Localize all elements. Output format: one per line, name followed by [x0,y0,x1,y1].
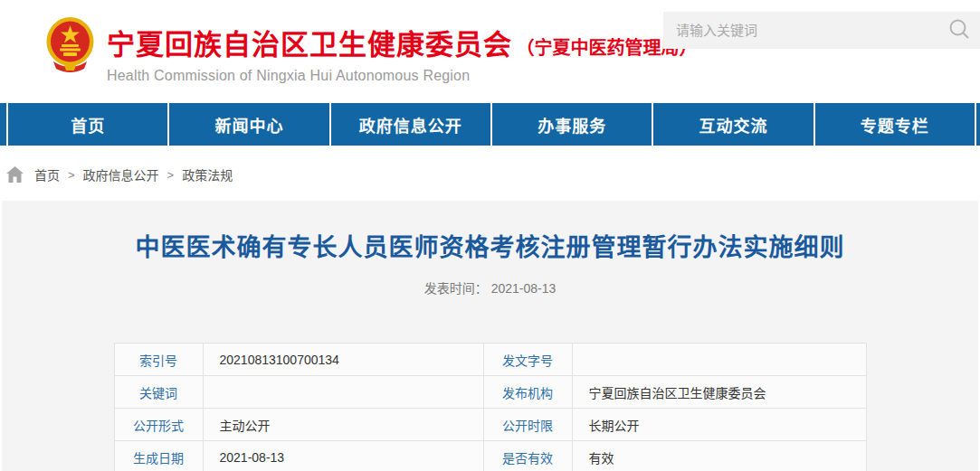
meta-value-open-form: 主动公开 [203,409,483,441]
brand-block: 宁夏回族自治区卫生健康委员会 （宁夏中医药管理局） Health Commiss… [107,22,697,84]
document-meta-table: 索引号 20210813100700134 发文字号 关键词 发布机构 宁夏回族… [114,343,867,471]
national-emblem-logo[interactable] [44,14,96,74]
search-box [663,12,980,49]
search-icon [947,17,971,43]
breadcrumb-item-home[interactable]: 首页 [34,165,60,184]
meta-value-create-date: 2021-08-13 [203,441,483,471]
nav-edge-left [0,103,6,146]
nav-item-services[interactable]: 办事服务 [492,103,652,146]
main-nav: 首页 新闻中心 政府信息公开 办事服务 互动交流 专题专栏 [0,103,980,146]
breadcrumb-separator: > [68,168,75,182]
nav-item-interaction[interactable]: 互动交流 [653,103,813,146]
publish-time: 发表时间： 2021-08-13 [2,278,978,297]
home-icon[interactable] [6,166,24,183]
table-row: 索引号 20210813100700134 发文字号 [114,344,866,376]
nav-edge-right [976,103,980,146]
meta-value-doc-no [572,344,866,376]
meta-label-keywords: 关键词 [114,376,203,409]
article-title: 中医医术确有专长人员医师资格考核注册管理暂行办法实施细则 [2,228,978,263]
meta-value-open-period: 长期公开 [572,409,866,441]
meta-label-create-date: 生成日期 [114,441,203,471]
nav-item-news[interactable]: 新闻中心 [169,103,328,146]
meta-label-index-no: 索引号 [114,344,203,376]
table-row: 公开形式 主动公开 公开时限 长期公开 [114,409,866,441]
meta-value-index-no: 20210813100700134 [203,344,483,376]
search-button[interactable] [938,12,980,49]
meta-label-open-form: 公开形式 [114,409,203,441]
nav-item-home[interactable]: 首页 [8,103,167,146]
breadcrumb: 首页 > 政府信息公开 > 政策法规 [0,165,980,184]
meta-value-publisher: 宁夏回族自治区卫生健康委员会 [572,376,866,409]
publish-time-label: 发表时间： [424,281,488,296]
publish-time-value: 2021-08-13 [491,281,557,296]
meta-value-validity: 有效 [572,441,866,471]
breadcrumb-item-gov-info[interactable]: 政府信息公开 [83,165,159,184]
site-header: 宁夏回族自治区卫生健康委员会 （宁夏中医药管理局） Health Commiss… [0,0,980,103]
site-title-cn: 宁夏回族自治区卫生健康委员会 [107,29,512,61]
meta-label-open-period: 公开时限 [483,409,572,441]
meta-label-publisher: 发布机构 [483,376,572,409]
nav-item-special[interactable]: 专题专栏 [815,103,975,146]
meta-value-keywords [203,376,483,409]
site-title-en: Health Commission of Ningxia Hui Autonom… [107,68,697,84]
meta-label-doc-no: 发文字号 [483,344,572,376]
breadcrumb-separator: > [167,168,175,182]
table-row: 关键词 发布机构 宁夏回族自治区卫生健康委员会 [114,376,866,409]
search-input[interactable] [663,12,938,49]
meta-label-validity: 是否有效 [483,441,572,471]
table-row: 生成日期 2021-08-13 是否有效 有效 [114,441,866,471]
site-title: 宁夏回族自治区卫生健康委员会 （宁夏中医药管理局） [107,22,697,62]
breadcrumb-item-policy[interactable]: 政策法规 [182,165,233,184]
nav-item-gov-info[interactable]: 政府信息公开 [331,103,490,146]
article-panel: 中医医术确有专长人员医师资格考核注册管理暂行办法实施细则 发表时间： 2021-… [2,201,978,471]
